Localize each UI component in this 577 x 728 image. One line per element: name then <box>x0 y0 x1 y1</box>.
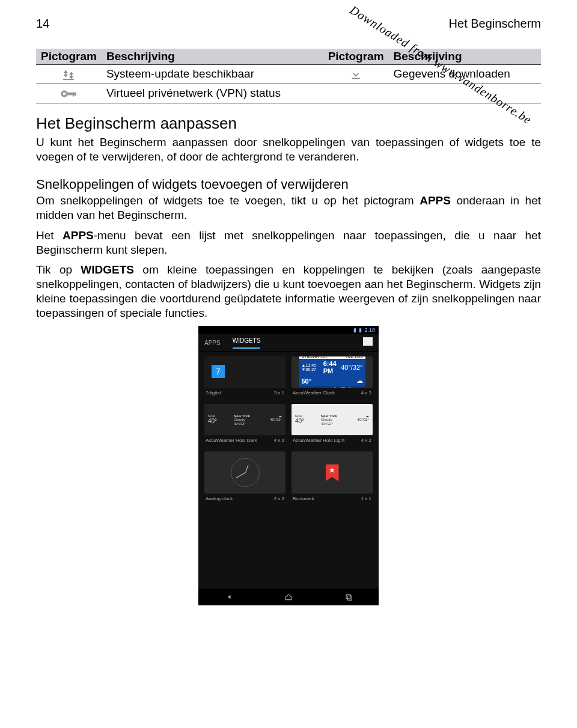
svg-rect-6 <box>75 93 76 96</box>
clock-icon <box>231 458 260 487</box>
svg-rect-1 <box>352 78 360 79</box>
phone-screenshot: ▮ ▮ 2:18 APPS WIDGETS 7 7digital3 x 1 ST… <box>198 326 379 605</box>
widget-accuweather-light[interactable]: Now40° New YorkCloudy40°/32° ☁40°/32° Ac… <box>292 404 373 449</box>
section1-body: U kunt het Beginscherm aanpassen door sn… <box>36 135 541 164</box>
svg-rect-8 <box>347 596 352 601</box>
svg-rect-5 <box>73 93 74 97</box>
svg-point-3 <box>63 93 66 96</box>
svg-rect-0 <box>63 79 74 80</box>
section-title-shortcuts: Snelkoppelingen of widgets toevoegen of … <box>36 177 541 192</box>
svg-rect-4 <box>67 93 76 96</box>
th-pictogram-2: Pictogram <box>323 49 389 65</box>
status-time: 2:18 <box>364 327 375 333</box>
tab-apps[interactable]: APPS <box>204 340 221 346</box>
widget-accuweather-dark[interactable]: Now40° New YorkCloudy40°/32° ☁40°/32° Ac… <box>204 404 285 449</box>
tab-bar: APPS WIDGETS <box>198 334 379 352</box>
th-pictogram-1: Pictogram <box>36 49 102 65</box>
signal-icon: ▮ <box>353 327 356 333</box>
page-header: 14 Het Beginscherm <box>36 17 541 31</box>
system-update-icon <box>36 65 102 84</box>
recent-icon[interactable] <box>343 593 354 601</box>
svg-rect-7 <box>346 595 350 599</box>
widget-bookmark[interactable]: ★ Bookmark1 x 1 <box>292 451 373 507</box>
th-description-1: Beschrijving <box>102 49 323 65</box>
row1-desc1: Systeem-update beschikbaar <box>102 65 323 84</box>
row2-desc1: Virtueel privénetwerk (VPN) status <box>102 84 323 103</box>
section2-p1: Om snelkoppelingen of widgets toe te voe… <box>36 194 541 222</box>
home-icon[interactable] <box>283 593 294 601</box>
section2-p3: Tik op WIDGETS om kleine toepassingen en… <box>36 263 541 320</box>
widget-accuweather-clock[interactable]: STILLWATERTUE 11/8 ▲13:45 ▼06:27 6:44 PM… <box>292 356 373 402</box>
status-bar: ▮ ▮ 2:18 <box>198 326 379 334</box>
widget-grid: 7 7digital3 x 1 STILLWATERTUE 11/8 ▲13:4… <box>198 352 379 515</box>
section-title-customize: Het Beginscherm aanpassen <box>36 114 541 133</box>
page-title: Het Beginscherm <box>449 17 541 31</box>
tab-widgets[interactable]: WIDGETS <box>233 337 261 349</box>
section2-p2: Het APPS-menu bevat een lijst met snelko… <box>36 228 541 257</box>
page-number: 14 <box>36 17 49 31</box>
bookmark-icon: ★ <box>326 464 339 481</box>
shop-icon[interactable] <box>363 337 373 346</box>
document-page: Downloaded from www.vandenborre.be 14 He… <box>0 0 577 728</box>
download-icon <box>323 65 389 84</box>
vpn-key-icon <box>36 84 102 103</box>
widget-analog-clock[interactable]: Analog clock2 x 2 <box>204 451 285 507</box>
nav-bar <box>198 589 379 605</box>
battery-icon: ▮ <box>359 327 362 333</box>
widget-7digital[interactable]: 7 7digital3 x 1 <box>204 356 285 402</box>
back-icon[interactable] <box>223 593 234 601</box>
